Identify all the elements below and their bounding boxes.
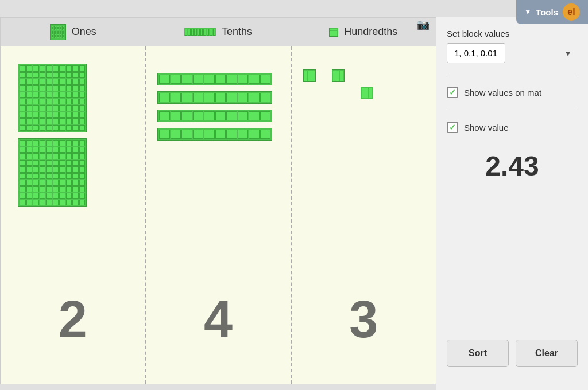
checkmark-icon: ✓ (449, 88, 456, 97)
tenths-col-header: Tenths (146, 26, 291, 38)
checkmark-icon-2: ✓ (449, 123, 456, 132)
ones-legend-icon (50, 24, 66, 40)
ones-grid-1 (18, 64, 87, 132)
clear-button[interactable]: Clear (516, 340, 578, 367)
show-value-checkbox[interactable]: ✓ (447, 122, 458, 133)
tools-arrow-icon: ▼ (524, 8, 531, 16)
divider-1 (447, 75, 578, 75)
hundredths-legend-icon (329, 28, 338, 37)
tenths-bar-2[interactable] (157, 91, 272, 104)
screenshot-icon[interactable]: 📷 (417, 18, 430, 31)
hundredths-column[interactable]: 3 (292, 46, 436, 384)
hundredths-header-label: Hundredths (344, 26, 397, 38)
hundredths-cube-3[interactable] (361, 87, 373, 99)
dropdown-arrow-icon: ▼ (564, 49, 572, 58)
tools-label: Tools (536, 7, 558, 17)
tenths-bars-container[interactable] (157, 69, 272, 141)
total-value-display: 2.43 (447, 150, 578, 182)
show-values-label: Show values on mat (464, 88, 541, 98)
tenths-bar-4[interactable] (157, 128, 272, 141)
mat-body: 2 4 (1, 46, 436, 384)
ones-col-header: Ones (1, 24, 146, 40)
tenths-column[interactable]: 4 (146, 46, 291, 384)
ones-block-2[interactable] (18, 138, 87, 207)
set-block-values-title: Set block values (447, 29, 578, 38)
mat-header: Ones Tenths Hundredths (1, 18, 436, 46)
ones-column[interactable]: 2 (1, 46, 146, 384)
set-block-values-section: Set block values 1, 0.1, 0.0110, 1, 0.1 … (447, 29, 578, 63)
hundredths-cube-1[interactable] (303, 69, 316, 82)
ones-block-1[interactable] (18, 64, 87, 132)
ones-header-label: Ones (72, 26, 96, 38)
ones-value: 2 (59, 290, 87, 349)
show-values-row[interactable]: ✓ Show values on mat (447, 87, 578, 98)
bottom-buttons: Sort Clear (447, 340, 578, 379)
ones-grid-2 (18, 138, 87, 207)
mat-area: Ones Tenths Hundredths (0, 17, 436, 384)
hundredths-cubes-container[interactable] (303, 69, 395, 99)
tenths-legend-icon (184, 28, 216, 36)
hundredths-cube-2[interactable] (332, 69, 345, 82)
sort-button[interactable]: Sort (447, 340, 509, 367)
right-panel: Set block values 1, 0.1, 0.0110, 1, 0.1 … (436, 17, 588, 390)
show-value-label: Show value (464, 123, 509, 132)
divider-2 (447, 110, 578, 110)
show-value-row[interactable]: ✓ Show value (447, 122, 578, 133)
tenths-value: 4 (204, 290, 233, 349)
show-values-checkbox[interactable]: ✓ (447, 87, 458, 98)
tenths-bar-3[interactable] (157, 110, 272, 122)
hundredths-col-header: Hundredths (291, 26, 436, 38)
tools-bar[interactable]: ▼ Tools el (516, 0, 588, 24)
tools-logo-icon: el (563, 3, 580, 21)
block-values-dropdown-wrapper[interactable]: 1, 0.1, 0.0110, 1, 0.1 ▼ (447, 43, 578, 63)
tenths-bar-1[interactable] (157, 73, 272, 85)
hundredths-value: 3 (349, 290, 378, 349)
block-values-dropdown[interactable]: 1, 0.1, 0.0110, 1, 0.1 (447, 43, 505, 63)
tenths-header-label: Tenths (222, 26, 252, 38)
